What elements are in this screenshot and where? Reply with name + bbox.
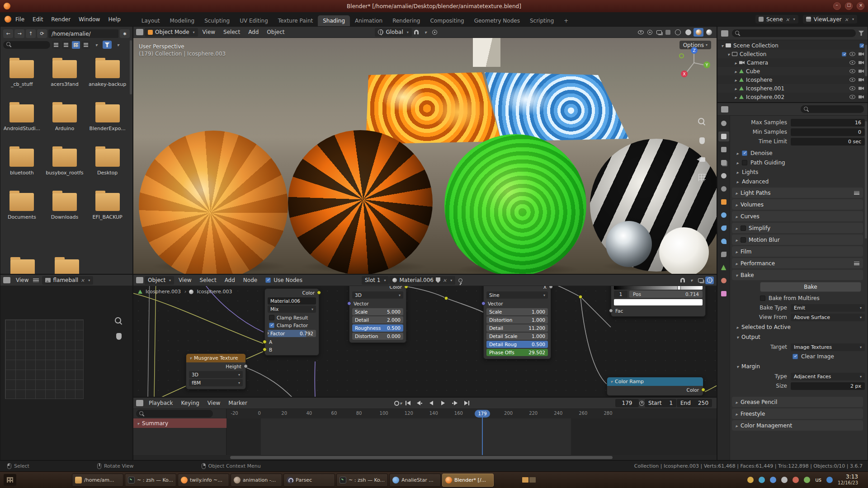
next-keyframe-button[interactable] — [449, 399, 461, 407]
display-size-dropdown[interactable] — [82, 41, 90, 49]
input-a-row[interactable]: A — [265, 338, 319, 346]
pin-icon[interactable] — [458, 278, 462, 282]
back-button[interactable] — [3, 29, 13, 38]
applications-menu-button[interactable] — [4, 474, 16, 486]
collection-checkbox[interactable] — [842, 52, 846, 56]
frame-end-field[interactable]: End250 — [677, 399, 712, 407]
noise-texture-node[interactable]: Color 3D Vector Scale5.000 Detail2.000 R… — [349, 282, 406, 343]
ramp-index-field[interactable]: 1 — [614, 291, 627, 298]
distortion-slider[interactable]: Distortion0.000 — [352, 333, 403, 340]
shader-menu[interactable]: Select — [196, 277, 221, 283]
keyboard-layout-indicator[interactable]: us — [815, 477, 821, 483]
jump-to-end-button[interactable] — [461, 399, 472, 407]
clamp-factor-checkbox[interactable] — [269, 323, 274, 328]
tab-shading[interactable]: Shading — [318, 15, 350, 26]
tab-output-properties[interactable] — [718, 145, 729, 155]
panel-bake[interactable]: Bake — [732, 270, 863, 280]
folder-item[interactable]: Documents — [1, 189, 42, 234]
detail-roughness-slider[interactable]: Detail Roug0.500 — [486, 341, 548, 348]
clamp-result-checkbox[interactable] — [269, 315, 274, 320]
parent-dir-button[interactable] — [26, 29, 36, 38]
tray-icon[interactable] — [793, 477, 799, 483]
volume-icon[interactable] — [804, 477, 810, 483]
current-frame-field[interactable]: 179 — [615, 399, 639, 407]
hide-eye-icon[interactable] — [849, 78, 855, 82]
viewlayer-remove-icon[interactable] — [844, 16, 849, 23]
file-search-input[interactable] — [3, 41, 50, 49]
clear-image-checkbox[interactable] — [793, 354, 798, 359]
tab-texture-paint[interactable]: Texture Paint — [273, 15, 318, 26]
blend-mode-dropdown[interactable]: Mix — [268, 305, 316, 313]
topbar-menu[interactable]: Window — [75, 16, 104, 23]
motion-blur-checkbox[interactable] — [741, 237, 746, 243]
dopesheet-region[interactable] — [226, 418, 717, 455]
hide-eye-icon[interactable] — [849, 61, 855, 65]
fire-marble-sphere-object[interactable] — [288, 130, 433, 274]
clock[interactable]: 3:13 12/16/23 — [838, 474, 858, 485]
tab-modeling[interactable]: Modeling — [165, 15, 200, 26]
disable-render-icon[interactable] — [859, 52, 864, 56]
material-datablock-selector[interactable]: Material.006 — [389, 276, 455, 285]
navigation-gizmo[interactable]: Z Y X — [678, 47, 710, 79]
material-name-field[interactable]: Material.006 — [268, 297, 316, 305]
overlays-icon[interactable] — [696, 277, 705, 284]
outliner-filter-icon[interactable] — [859, 31, 864, 36]
viewport-menu[interactable]: Add — [244, 29, 263, 35]
workspace-pager[interactable] — [522, 477, 536, 483]
tab-uv-editing[interactable]: UV Editing — [235, 15, 273, 26]
panel-light-paths[interactable]: Light Paths — [732, 188, 863, 198]
viewport-menu[interactable]: Object — [263, 29, 288, 35]
toggle-ortho-icon[interactable] — [697, 172, 708, 183]
outliner-search-input[interactable] — [732, 29, 856, 37]
ramp-color-swatch[interactable] — [614, 299, 703, 305]
musgrave-texture-node[interactable]: Musgrave Texture Height 3D fBM — [186, 353, 246, 389]
hide-eye-icon[interactable] — [849, 52, 855, 56]
tray-icon[interactable] — [759, 477, 765, 483]
properties-search-input[interactable] — [801, 105, 864, 113]
panel-simplify[interactable]: Simplify — [732, 223, 863, 233]
lights-row[interactable]: Lights — [730, 168, 865, 177]
viewport-canvas[interactable]: User Perspective (179) Collection | Icos… — [133, 38, 717, 274]
move-view-icon[interactable] — [697, 136, 708, 146]
properties-editor-icon[interactable] — [721, 106, 728, 113]
topbar-menu[interactable]: Edit — [28, 16, 47, 23]
outliner-scrollbar[interactable] — [865, 45, 867, 76]
prev-keyframe-button[interactable] — [414, 399, 425, 407]
display-horizontal-list-button[interactable] — [62, 41, 70, 49]
shader-type-dropdown[interactable]: Object — [145, 276, 174, 285]
snap-magnet-icon[interactable] — [412, 28, 421, 36]
zoom-tool-icon[interactable] — [697, 117, 708, 127]
margin-subpanel[interactable]: Margin — [730, 362, 865, 371]
shading-rendered-button[interactable] — [704, 28, 714, 37]
network-icon[interactable] — [826, 477, 833, 483]
tab-render-properties[interactable] — [718, 131, 729, 141]
advanced-row[interactable]: Advanced — [730, 177, 865, 186]
camera-view-icon[interactable] — [697, 154, 708, 165]
viewport-menu[interactable]: View — [198, 29, 219, 35]
tab-rendering[interactable]: Rendering — [387, 15, 425, 26]
viewlayer-selector[interactable]: ViewLayer — [803, 15, 857, 23]
taskbar-window-files[interactable]: /home/am... — [72, 474, 123, 487]
display-vertical-list-button[interactable] — [52, 41, 60, 49]
bake-from-multires-checkbox[interactable] — [760, 296, 765, 301]
filter-options-dropdown[interactable] — [113, 41, 123, 49]
disable-render-icon[interactable] — [859, 95, 864, 99]
editor-type-dropdown[interactable] — [136, 29, 143, 35]
use-nodes-toggle[interactable]: Use Nodes — [265, 277, 302, 283]
outliner-row-collection[interactable]: Collection — [717, 50, 868, 58]
play-button[interactable] — [438, 399, 449, 407]
clamp-result-row[interactable]: Clamp Result — [265, 314, 319, 321]
channel-search-input[interactable] — [136, 410, 213, 418]
chrome-sphere-object[interactable] — [606, 221, 652, 267]
hide-eye-icon[interactable] — [849, 69, 855, 73]
musgrave-dimensions-dropdown[interactable]: 3D — [189, 371, 243, 378]
tab-geometry-nodes[interactable]: Geometry Nodes — [469, 15, 525, 26]
add-workspace-button[interactable]: + — [559, 15, 573, 26]
panel-curves[interactable]: Curves — [732, 211, 863, 221]
presets-icon[interactable] — [854, 191, 859, 195]
timeline-menu[interactable]: Playback — [145, 400, 177, 406]
musgrave-type-dropdown[interactable]: fBM — [189, 379, 243, 386]
shader-menu[interactable]: View — [175, 277, 195, 283]
folder-icon[interactable] — [55, 259, 79, 274]
gizmo-x-axis[interactable]: X — [681, 70, 688, 77]
